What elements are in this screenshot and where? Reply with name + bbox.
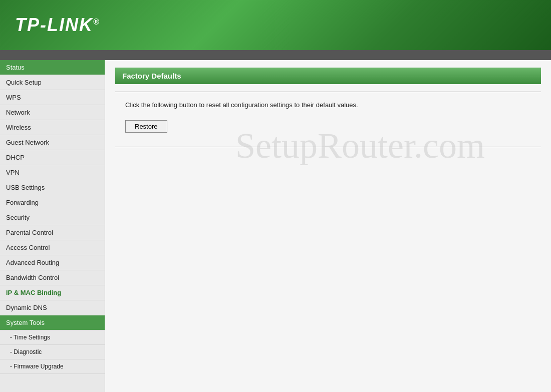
sidebar: Status Quick Setup WPS Network Wireless … xyxy=(0,60,105,392)
sidebar-item-status[interactable]: Status xyxy=(0,60,105,75)
sidebar-item-bandwidth-control[interactable]: Bandwidth Control xyxy=(0,270,105,285)
sidebar-item-dynamic-dns[interactable]: Dynamic DNS xyxy=(0,300,105,315)
sidebar-item-diagnostic[interactable]: - Diagnostic xyxy=(0,345,105,359)
sidebar-item-time-settings[interactable]: - Time Settings xyxy=(0,330,105,345)
sidebar-item-ip-mac-binding[interactable]: IP & MAC Binding xyxy=(0,285,105,300)
restore-button[interactable]: Restore xyxy=(125,120,167,133)
main-layout: Status Quick Setup WPS Network Wireless … xyxy=(0,60,551,392)
sidebar-item-network[interactable]: Network xyxy=(0,105,105,120)
sidebar-item-wireless[interactable]: Wireless xyxy=(0,120,105,135)
sidebar-item-parental-control[interactable]: Parental Control xyxy=(0,225,105,240)
sidebar-item-advanced-routing[interactable]: Advanced Routing xyxy=(0,255,105,270)
header: TP-LINK® xyxy=(0,0,551,50)
description-text: Click the following button to reset all … xyxy=(125,101,541,109)
subheader-bar xyxy=(0,50,551,60)
sidebar-item-usb-settings[interactable]: USB Settings xyxy=(0,180,105,195)
top-divider xyxy=(115,92,541,92)
watermark: SetupRouter.com xyxy=(235,125,485,167)
sidebar-item-wps[interactable]: WPS xyxy=(0,90,105,105)
sidebar-item-vpn[interactable]: VPN xyxy=(0,165,105,180)
sidebar-item-system-tools[interactable]: System Tools xyxy=(0,315,105,330)
sidebar-item-security[interactable]: Security xyxy=(0,210,105,225)
logo-trademark: ® xyxy=(93,18,100,26)
section-header: Factory Defaults xyxy=(115,68,541,84)
sidebar-item-access-control[interactable]: Access Control xyxy=(0,240,105,255)
section-title: Factory Defaults xyxy=(122,72,181,80)
bottom-divider xyxy=(115,147,541,147)
sidebar-item-quick-setup[interactable]: Quick Setup xyxy=(0,75,105,90)
sidebar-item-firmware-upgrade[interactable]: - Firmware Upgrade xyxy=(0,359,105,374)
sidebar-item-guest-network[interactable]: Guest Network xyxy=(0,135,105,150)
logo: TP-LINK® xyxy=(15,15,100,36)
sidebar-item-dhcp[interactable]: DHCP xyxy=(0,150,105,165)
sidebar-item-forwarding[interactable]: Forwarding xyxy=(0,195,105,210)
content-area: SetupRouter.com Factory Defaults Click t… xyxy=(105,60,551,392)
